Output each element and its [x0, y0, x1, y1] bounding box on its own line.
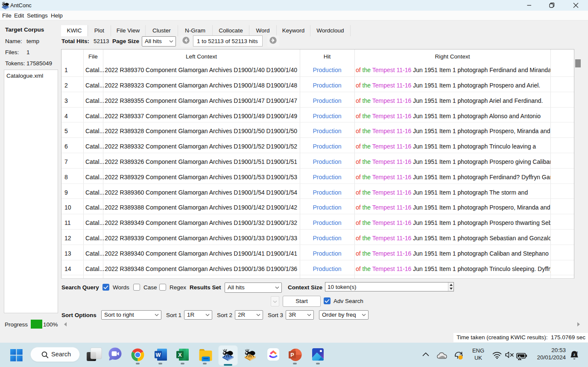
- svg-text:P: P: [290, 352, 294, 358]
- svg-text:z: z: [573, 352, 576, 357]
- svg-text:z: z: [576, 351, 578, 354]
- svg-text:X: X: [178, 352, 182, 358]
- svg-text:W: W: [156, 352, 161, 358]
